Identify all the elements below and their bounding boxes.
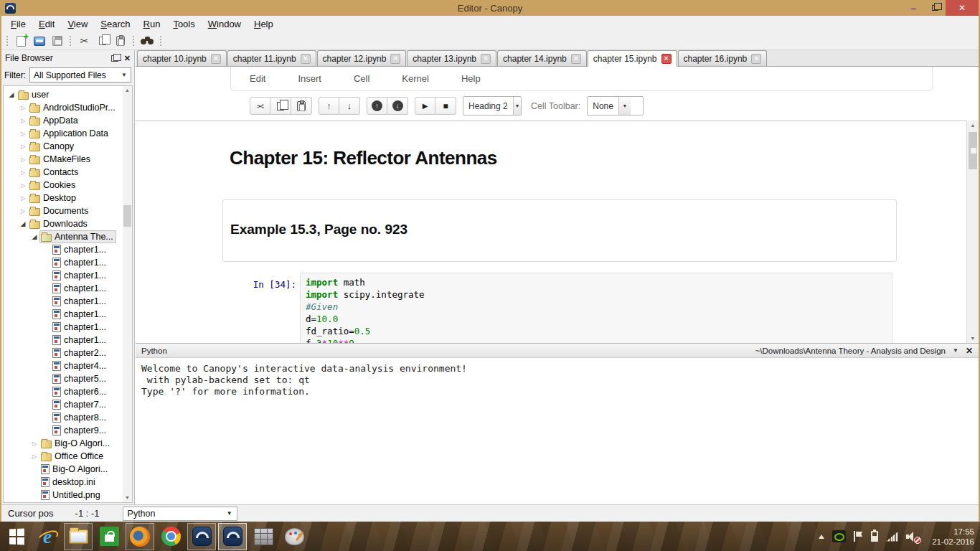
save-button[interactable] [49, 33, 65, 49]
tree-folder-androidstudiopr[interactable]: ▷AndroidStudioPr... [4, 101, 132, 114]
interrupt-kernel-button[interactable]: ■ [435, 97, 456, 115]
menu-edit[interactable]: Edit [32, 17, 61, 31]
collapse-arrow-icon[interactable]: ◢ [18, 220, 28, 227]
tree-folder-canopy[interactable]: ▷Canopy [4, 140, 132, 153]
example-heading-cell[interactable]: Example 15.3, Page no. 923 [222, 199, 897, 262]
tree-file-big-o-algori[interactable]: Big-O Algori... [4, 463, 132, 476]
tree-folder-big-o-algori[interactable]: ▷Big-O Algori... [4, 437, 132, 450]
tree-folder-appdata[interactable]: ▷AppData [4, 114, 132, 127]
notebook-scrollbar[interactable]: ▲ ▼ [966, 121, 979, 343]
tab-close-icon[interactable]: ✕ [481, 54, 491, 64]
expand-arrow-icon[interactable]: ▷ [18, 195, 28, 202]
menu-window[interactable]: Window [202, 17, 248, 31]
menu-run[interactable]: Run [137, 17, 167, 31]
menu-search[interactable]: Search [94, 17, 136, 31]
tab-chapter-12-ipynb[interactable]: chapter 12.ipynb✕ [317, 50, 407, 66]
taskbar-chrome-button[interactable] [156, 523, 185, 550]
file-tree-scrollbar[interactable]: ▲ ▼ [123, 86, 132, 502]
close-console-icon[interactable]: ✕ [966, 346, 973, 356]
expand-arrow-icon[interactable]: ▷ [18, 143, 28, 150]
expand-arrow-icon[interactable]: ▷ [18, 118, 28, 124]
tree-file-chapter1[interactable]: chapter1... [4, 269, 132, 282]
tree-folder-cmakefiles[interactable]: ▷CMakeFiles [4, 153, 132, 166]
notebook-menu-help[interactable]: Help [461, 73, 481, 84]
language-dropdown[interactable]: Python ▼ [123, 507, 237, 521]
menu-help[interactable]: Help [248, 17, 280, 31]
scroll-down-icon[interactable]: ▼ [967, 334, 979, 343]
taskbar-firefox-button[interactable] [126, 523, 154, 550]
tree-file-desktop-ini[interactable]: desktop.ini [4, 476, 132, 489]
cut-button[interactable] [76, 33, 93, 49]
tree-folder-documents[interactable]: ▷Documents [4, 204, 132, 217]
expand-arrow-icon[interactable]: ▷ [18, 105, 28, 111]
tree-file-chapter6[interactable]: chapter6... [4, 385, 132, 398]
tab-chapter-15-ipynb[interactable]: chapter 15.ipynb✕ [588, 50, 677, 67]
chevron-down-icon[interactable]: ▼ [953, 347, 958, 354]
tab-chapter-16-ipynb[interactable]: chapter 16.ipynb✕ [678, 50, 768, 66]
taskbar-start-button[interactable] [2, 523, 31, 550]
tab-close-icon[interactable]: ✕ [661, 54, 672, 64]
cell-input[interactable]: import mathimport scipy.integrate#Givend… [300, 273, 892, 343]
close-panel-icon[interactable]: ✕ [124, 54, 131, 63]
taskbar-windows-store-button[interactable] [95, 523, 123, 550]
taskbar-canopy-button[interactable] [187, 523, 216, 550]
title-bar[interactable]: Editor - Canopy – ✕ [1, 0, 979, 16]
collapse-arrow-icon[interactable]: ◢ [6, 91, 17, 98]
taskbar-paint-button[interactable] [280, 523, 308, 550]
toolbar-handle[interactable] [159, 35, 163, 47]
select-next-cell-button[interactable]: ↓ [387, 97, 408, 115]
menu-view[interactable]: View [61, 17, 94, 31]
tray-network-signal-icon[interactable] [886, 532, 898, 542]
expand-arrow-icon[interactable]: ▷ [29, 441, 39, 447]
notebook-menu-cell[interactable]: Cell [354, 73, 369, 84]
tab-chapter-11-ipynb[interactable]: chapter 11.ipynb✕ [227, 50, 316, 66]
notebook-menu-insert[interactable]: Insert [298, 73, 321, 84]
tree-folder-cookies[interactable]: ▷Cookies [4, 179, 132, 192]
taskbar-file-explorer-button[interactable] [64, 523, 93, 550]
expand-arrow-icon[interactable]: ▷ [18, 131, 28, 137]
tree-folder-application-data[interactable]: ▷Application Data [4, 127, 132, 140]
expand-arrow-icon[interactable]: ▷ [18, 156, 28, 163]
tree-file-chapter8[interactable]: chapter8... [4, 411, 132, 424]
copy-button[interactable] [94, 33, 110, 49]
tab-close-icon[interactable]: ✕ [301, 54, 311, 64]
find-button[interactable] [139, 33, 156, 49]
cell-type-dropdown[interactable]: Heading 2 ▼ [463, 96, 522, 116]
select-previous-cell-button[interactable]: ↑ [367, 97, 387, 115]
notebook-menu-edit[interactable]: Edit [250, 73, 265, 84]
expand-arrow-icon[interactable]: ▷ [29, 453, 39, 460]
tree-folder-contacts[interactable]: ▷Contacts [4, 166, 132, 179]
menu-file[interactable]: File [4, 17, 32, 31]
expand-arrow-icon[interactable]: ▷ [18, 169, 28, 176]
collapse-arrow-icon[interactable]: ◢ [29, 233, 39, 240]
scrollbar-thumb[interactable] [123, 205, 131, 227]
tree-file-chapter1[interactable]: chapter1... [4, 308, 132, 321]
taskbar-internet-explorer-button[interactable] [33, 523, 62, 550]
menu-tools[interactable]: Tools [166, 17, 201, 31]
tree-folder-desktop[interactable]: ▷Desktop [4, 192, 132, 204]
tree-file-chapter1[interactable]: chapter1... [4, 321, 132, 334]
paste-cell-button[interactable] [291, 97, 312, 115]
scroll-down-icon[interactable]: ▼ [123, 494, 132, 502]
tree-folder-antenna-the[interactable]: ◢Antenna The... [4, 230, 132, 243]
tree-file-chapter5[interactable]: chapter5... [4, 372, 132, 385]
minimize-button[interactable]: – [903, 0, 924, 16]
cut-cell-button[interactable] [250, 97, 270, 115]
tab-close-icon[interactable]: ✕ [571, 54, 581, 64]
tab-chapter-14-ipynb[interactable]: chapter 14.ipynb✕ [497, 50, 587, 66]
tab-chapter-13-ipynb[interactable]: chapter 13.ipynb✕ [407, 50, 496, 66]
code-cell[interactable]: In [34]: import mathimport scipy.integra… [136, 271, 966, 343]
tree-folder-user[interactable]: ◢user [4, 88, 132, 101]
scroll-up-icon[interactable]: ▲ [123, 86, 132, 95]
notebook-menu-kernel[interactable]: Kernel [402, 73, 429, 84]
tree-file-chapter9[interactable]: chapter9... [4, 424, 132, 437]
expand-arrow-icon[interactable]: ▷ [18, 182, 28, 189]
tree-file-chapter7[interactable]: chapter7... [4, 398, 132, 411]
tree-folder-office-office[interactable]: ▷Office Office [4, 450, 132, 463]
run-cell-button[interactable]: ▶ [415, 97, 435, 115]
tray-hidden-icons-arrow-icon[interactable] [819, 532, 824, 539]
tray-volume-muted-icon[interactable] [906, 532, 918, 542]
tree-file-chapter1[interactable]: chapter1... [4, 256, 132, 269]
taskbar-canopy-button[interactable] [218, 523, 247, 550]
taskbar-bricks-game-button[interactable] [249, 523, 278, 550]
